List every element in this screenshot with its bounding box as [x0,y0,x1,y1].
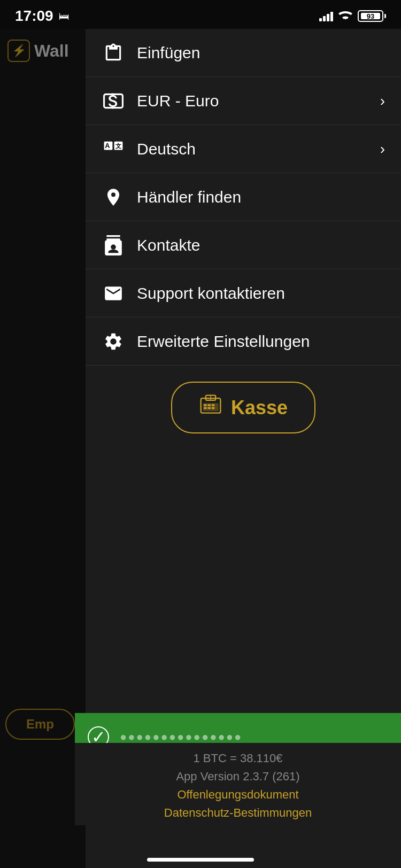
svg-rect-8 [207,404,211,406]
app-version: App Version 2.3.7 (261) [176,770,299,784]
signal-bar-1 [319,18,322,21]
menu-item-find-merchant[interactable]: Händler finden [86,173,401,221]
btc-rate: 1 BTC = 38.110€ [194,751,283,765]
kasse-section: Kasse [86,366,401,449]
svg-text:A: A [105,142,110,150]
battery-group: 93 [358,10,386,22]
currency-label: EUR - Euro [137,92,368,110]
status-bar: 17:09 🛏 93 [0,0,401,29]
menu-item-settings[interactable]: Erweiterte Einstellungen [86,317,401,366]
signal-bar-4 [330,12,333,21]
kasse-label: Kasse [231,397,288,419]
svg-text:文: 文 [115,143,121,149]
notification-text: ●●●●●●●●●●●●●●● [120,730,242,744]
einfuegen-label: Einfügen [137,44,385,62]
wifi-icon [338,9,352,23]
svg-rect-9 [212,404,215,406]
find-merchant-label: Händler finden [137,188,385,206]
mail-icon [102,282,125,305]
svg-rect-12 [212,407,215,409]
contacts-icon [102,234,125,257]
privacy-link[interactable]: Datenschutz-Bestimmungen [164,806,312,820]
location-icon [102,185,125,209]
kasse-button[interactable]: Kasse [171,382,315,433]
menu-item-einfuegen[interactable]: Einfügen [86,29,401,77]
language-chevron: › [380,141,385,158]
status-icons: 93 [319,9,386,23]
menu-item-contacts[interactable]: Kontakte [86,221,401,269]
battery-box: 93 [358,10,383,22]
status-time: 17:09 [15,7,53,25]
paste-icon [102,41,125,65]
battery-text: 93 [367,12,374,20]
language-label: Deutsch [137,140,368,158]
contacts-label: Kontakte [137,236,385,254]
menu-item-language[interactable]: A 文 Deutsch › [86,125,401,173]
language-icon: A 文 [102,137,125,161]
menu-item-currency[interactable]: EUR - Euro › [86,77,401,125]
home-indicator [147,858,254,862]
kasse-icon [199,393,222,422]
svg-rect-7 [204,404,207,406]
signal-bar-3 [327,14,329,21]
svg-rect-11 [207,407,211,409]
signal-bars [319,11,333,21]
currency-icon [102,89,125,113]
disclosure-link[interactable]: Offenlegungsdokument [177,788,298,802]
settings-label: Erweiterte Einstellungen [137,332,385,351]
svg-rect-10 [204,407,207,409]
sleep-icon: 🛏 [59,10,70,22]
menu-item-support[interactable]: Support kontaktieren [86,269,401,317]
signal-bar-2 [323,16,326,21]
support-label: Support kontaktieren [137,284,385,303]
footer-info: 1 BTC = 38.110€ App Version 2.3.7 (261) … [75,743,401,825]
battery-tip [384,14,386,18]
gear-icon [102,330,125,353]
currency-chevron: › [380,92,385,110]
